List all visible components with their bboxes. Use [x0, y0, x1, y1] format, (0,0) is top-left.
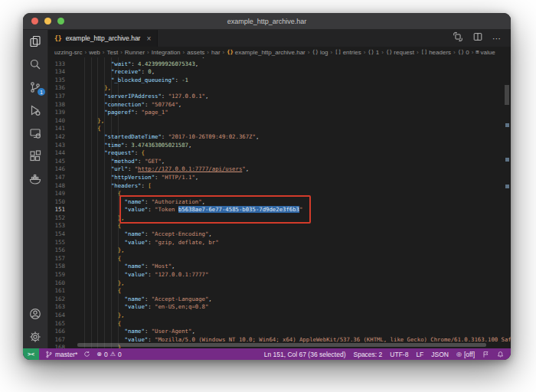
explorer-icon[interactable]	[23, 30, 47, 53]
breadcrumb-item[interactable]: []entries	[335, 49, 361, 56]
accounts-icon[interactable]	[23, 302, 47, 325]
code-line[interactable]: 138 "connection": "507764",	[48, 101, 511, 109]
breadcrumb-item[interactable]: Runner	[125, 49, 145, 56]
code-line[interactable]: 147 "httpVersion": "HTTP/1.1",	[48, 174, 511, 182]
tab-label: example_http_archive.har	[66, 34, 141, 42]
line-content: "name": "Accept-Language",	[77, 296, 212, 304]
code-line[interactable]: 134 "receive": 0,	[48, 68, 511, 77]
code-line[interactable]: 162 "name": "Accept-Language",	[48, 296, 511, 304]
breadcrumb-item[interactable]: ⊞value	[476, 49, 495, 56]
code-line[interactable]: 166 "name": "User-Agent",	[48, 328, 511, 336]
editor[interactable]: 132 "send": 0.10200000359470013,133 "wai…	[48, 57, 511, 348]
code-line[interactable]: 140 },	[48, 117, 511, 126]
code-line[interactable]: 145 "method": "GET",	[48, 158, 511, 166]
breadcrumb-item[interactable]: []headers	[421, 49, 451, 56]
breadcrumb-item[interactable]: {}1	[368, 49, 379, 56]
breadcrumb-item[interactable]: uzzing-src	[54, 49, 82, 56]
tab-example-http-archive[interactable]: {} example_http_archive.har ×	[48, 30, 158, 47]
code-line[interactable]: 156 },	[48, 247, 511, 255]
horizontal-scrollbar-thumb[interactable]	[77, 343, 486, 347]
remote-explorer-icon[interactable]	[23, 122, 47, 145]
vertical-scrollbar[interactable]	[503, 57, 511, 348]
code-line[interactable]: 151 "value": "Token b5638ae7-6e77-4585-b…	[48, 206, 511, 214]
breadcrumb-item[interactable]: {}0	[458, 49, 469, 56]
feedback-flag-icon[interactable]	[482, 351, 489, 358]
code-line[interactable]: 150 "name": "Authorization",	[48, 198, 511, 207]
line-content: "serverIPAddress": "127.0.0.1",	[77, 93, 208, 101]
encoding-item[interactable]: UTF-8	[390, 351, 408, 358]
breadcrumb-item[interactable]: har	[211, 49, 221, 56]
open-changes-icon[interactable]	[453, 31, 463, 45]
code-line[interactable]: 133 "wait": 4.423999926075343,	[48, 60, 511, 69]
line-number: 164	[48, 312, 65, 320]
extensions-icon[interactable]	[23, 145, 47, 168]
breadcrumb-label: log	[320, 49, 328, 56]
line-number: 154	[48, 230, 65, 239]
notifications-bell-icon[interactable]	[497, 351, 504, 358]
code-line[interactable]: 137 "serverIPAddress": "127.0.0.1",	[48, 93, 511, 101]
breadcrumb-item[interactable]: assets	[187, 49, 204, 56]
title-bar[interactable]: example_http_archive.har	[23, 13, 511, 30]
code-line[interactable]: 136 },	[48, 84, 511, 93]
source-control-icon[interactable]: 1	[23, 76, 47, 99]
language-mode-item[interactable]: JSON	[431, 351, 449, 358]
remote-indicator[interactable]: ><	[23, 348, 39, 360]
close-tab-icon[interactable]: ×	[146, 34, 151, 43]
code-line[interactable]: 146 "url": "http://127.0.0.1:7777/api/us…	[48, 165, 511, 174]
code-line[interactable]: 163 "value": "en-US,en;q=0.8"	[48, 303, 511, 312]
code-line[interactable]: 141 {	[48, 125, 511, 133]
git-branch-item[interactable]: master*	[45, 351, 77, 358]
more-actions-icon[interactable]: ⋯	[492, 34, 502, 44]
code-line[interactable]: 153 {	[48, 222, 511, 230]
line-content: "name": "Authorization",	[77, 198, 205, 207]
code-line[interactable]: 160 },	[48, 279, 511, 288]
highlight-toggle-item[interactable]: ◎ [off]	[456, 351, 475, 358]
line-number: 141	[48, 125, 65, 133]
breadcrumb-item[interactable]: {}example_http_archive.har	[227, 49, 306, 56]
docker-icon[interactable]	[23, 168, 47, 191]
indentation-item[interactable]: Spaces: 2	[353, 351, 382, 358]
line-content: },	[77, 312, 125, 320]
code-line[interactable]: 152 },	[48, 214, 511, 223]
code-line[interactable]: 161 {	[48, 287, 511, 296]
line-content: {	[77, 222, 121, 230]
code-line[interactable]: 154 "name": "Accept-Encoding",	[48, 230, 511, 239]
settings-gear-icon[interactable]	[23, 325, 47, 348]
vscode-window: example_http_archive.har 1	[23, 13, 511, 360]
code-line[interactable]: 155 "value": "gzip, deflate, br"	[48, 239, 511, 247]
line-content: "value": "en-US,en;q=0.8"	[77, 303, 208, 312]
run-debug-icon[interactable]	[23, 99, 47, 122]
cursor-position-item[interactable]: Ln 151, Col 67 (36 selected)	[264, 351, 346, 358]
split-editor-icon[interactable]	[472, 31, 483, 45]
code-line[interactable]: 142 "startedDateTime": "2017-10-26T09:49…	[48, 133, 511, 142]
warnings-count: 0	[118, 351, 122, 358]
eol-item[interactable]: LF	[416, 351, 423, 358]
code-line[interactable]: 164 },	[48, 312, 511, 320]
code-line[interactable]: 159 "value": "127.0.0.1:7777"	[48, 271, 511, 279]
code-line[interactable]: 148 "headers": [	[48, 182, 511, 191]
code-line[interactable]: 157 {	[48, 255, 511, 263]
code-line[interactable]: 143 "time": 3.474363005021587,	[48, 142, 511, 150]
line-number: 138	[48, 101, 65, 109]
code-line[interactable]: 158 "name": "Host",	[48, 263, 511, 271]
breadcrumb-item[interactable]: {}request	[386, 49, 414, 56]
line-number: 153	[48, 222, 65, 230]
horizontal-scrollbar[interactable]	[77, 343, 494, 347]
code-line[interactable]: 149 {	[48, 190, 511, 198]
vertical-scrollbar-thumb[interactable]	[505, 85, 509, 105]
breadcrumb-item[interactable]: Test	[106, 49, 118, 56]
code-line[interactable]: 135 "_blocked_queueing": -1	[48, 77, 511, 85]
search-icon[interactable]	[23, 53, 47, 76]
breadcrumb-item[interactable]: Integration	[152, 49, 181, 56]
code-line[interactable]: 139 "pageref": "page_1"	[48, 109, 511, 117]
line-number: 162	[48, 296, 65, 304]
line-number: 156	[48, 247, 65, 255]
breadcrumb-label: Integration	[152, 49, 181, 56]
line-number: 155	[48, 239, 65, 247]
code-line[interactable]: 144 "request": {	[48, 149, 511, 158]
problems-indicator[interactable]: ⊗ 0 ⚠ 0	[96, 351, 121, 358]
breadcrumb-item[interactable]: {}log	[312, 49, 328, 56]
breadcrumb-item[interactable]: web	[89, 49, 100, 56]
code-line[interactable]: 165 {	[48, 320, 511, 328]
sync-changes-button[interactable]	[83, 351, 90, 358]
